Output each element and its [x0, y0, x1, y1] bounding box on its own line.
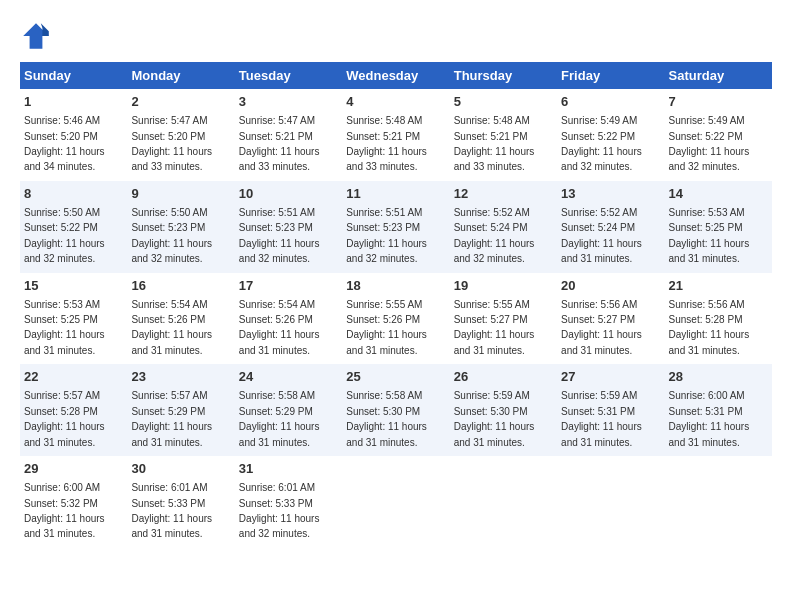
sunset-info: Sunset: 5:24 PM	[454, 222, 528, 233]
sunset-info: Sunset: 5:33 PM	[131, 498, 205, 509]
day-number: 14	[669, 185, 768, 203]
calendar-cell: 29Sunrise: 6:00 AMSunset: 5:32 PMDayligh…	[20, 456, 127, 548]
calendar-cell: 16Sunrise: 5:54 AMSunset: 5:26 PMDayligh…	[127, 273, 234, 365]
day-number: 29	[24, 460, 123, 478]
sunrise-info: Sunrise: 5:55 AM	[454, 299, 530, 310]
calendar-cell: 23Sunrise: 5:57 AMSunset: 5:29 PMDayligh…	[127, 364, 234, 456]
daylight-info: Daylight: 11 hours and 31 minutes.	[454, 421, 535, 447]
daylight-info: Daylight: 11 hours and 31 minutes.	[669, 238, 750, 264]
calendar-cell: 22Sunrise: 5:57 AMSunset: 5:28 PMDayligh…	[20, 364, 127, 456]
calendar-cell: 6Sunrise: 5:49 AMSunset: 5:22 PMDaylight…	[557, 89, 664, 181]
calendar-week-4: 22Sunrise: 5:57 AMSunset: 5:28 PMDayligh…	[20, 364, 772, 456]
calendar-cell: 2Sunrise: 5:47 AMSunset: 5:20 PMDaylight…	[127, 89, 234, 181]
header-cell-saturday: Saturday	[665, 62, 772, 89]
sunset-info: Sunset: 5:23 PM	[346, 222, 420, 233]
daylight-info: Daylight: 11 hours and 33 minutes.	[131, 146, 212, 172]
calendar-cell: 24Sunrise: 5:58 AMSunset: 5:29 PMDayligh…	[235, 364, 342, 456]
day-number: 25	[346, 368, 445, 386]
calendar-body: 1Sunrise: 5:46 AMSunset: 5:20 PMDaylight…	[20, 89, 772, 548]
sunset-info: Sunset: 5:26 PM	[131, 314, 205, 325]
daylight-info: Daylight: 11 hours and 31 minutes.	[131, 513, 212, 539]
calendar-cell: 26Sunrise: 5:59 AMSunset: 5:30 PMDayligh…	[450, 364, 557, 456]
sunset-info: Sunset: 5:23 PM	[131, 222, 205, 233]
sunset-info: Sunset: 5:26 PM	[346, 314, 420, 325]
sunrise-info: Sunrise: 5:59 AM	[454, 390, 530, 401]
calendar-cell: 17Sunrise: 5:54 AMSunset: 5:26 PMDayligh…	[235, 273, 342, 365]
sunset-info: Sunset: 5:30 PM	[346, 406, 420, 417]
sunrise-info: Sunrise: 5:56 AM	[669, 299, 745, 310]
daylight-info: Daylight: 11 hours and 34 minutes.	[24, 146, 105, 172]
daylight-info: Daylight: 11 hours and 32 minutes.	[24, 238, 105, 264]
calendar-cell	[450, 456, 557, 548]
sunrise-info: Sunrise: 5:51 AM	[346, 207, 422, 218]
daylight-info: Daylight: 11 hours and 31 minutes.	[24, 329, 105, 355]
daylight-info: Daylight: 11 hours and 32 minutes.	[131, 238, 212, 264]
day-number: 31	[239, 460, 338, 478]
sunrise-info: Sunrise: 6:00 AM	[24, 482, 100, 493]
sunrise-info: Sunrise: 5:58 AM	[239, 390, 315, 401]
sunset-info: Sunset: 5:33 PM	[239, 498, 313, 509]
sunset-info: Sunset: 5:31 PM	[561, 406, 635, 417]
sunset-info: Sunset: 5:23 PM	[239, 222, 313, 233]
calendar-cell	[665, 456, 772, 548]
sunset-info: Sunset: 5:29 PM	[131, 406, 205, 417]
daylight-info: Daylight: 11 hours and 32 minutes.	[561, 146, 642, 172]
sunrise-info: Sunrise: 5:46 AM	[24, 115, 100, 126]
calendar-header: SundayMondayTuesdayWednesdayThursdayFrid…	[20, 62, 772, 89]
header-cell-tuesday: Tuesday	[235, 62, 342, 89]
sunset-info: Sunset: 5:22 PM	[24, 222, 98, 233]
calendar-cell: 3Sunrise: 5:47 AMSunset: 5:21 PMDaylight…	[235, 89, 342, 181]
sunset-info: Sunset: 5:21 PM	[239, 131, 313, 142]
sunrise-info: Sunrise: 5:50 AM	[131, 207, 207, 218]
page-header	[20, 20, 772, 52]
daylight-info: Daylight: 11 hours and 31 minutes.	[239, 329, 320, 355]
sunset-info: Sunset: 5:28 PM	[669, 314, 743, 325]
day-number: 16	[131, 277, 230, 295]
daylight-info: Daylight: 11 hours and 31 minutes.	[346, 421, 427, 447]
sunset-info: Sunset: 5:31 PM	[669, 406, 743, 417]
sunrise-info: Sunrise: 5:56 AM	[561, 299, 637, 310]
daylight-info: Daylight: 11 hours and 31 minutes.	[669, 421, 750, 447]
sunrise-info: Sunrise: 5:48 AM	[454, 115, 530, 126]
day-number: 5	[454, 93, 553, 111]
daylight-info: Daylight: 11 hours and 31 minutes.	[239, 421, 320, 447]
daylight-info: Daylight: 11 hours and 31 minutes.	[561, 329, 642, 355]
day-number: 6	[561, 93, 660, 111]
day-number: 11	[346, 185, 445, 203]
day-number: 26	[454, 368, 553, 386]
day-number: 21	[669, 277, 768, 295]
daylight-info: Daylight: 11 hours and 31 minutes.	[454, 329, 535, 355]
daylight-info: Daylight: 11 hours and 32 minutes.	[239, 238, 320, 264]
day-number: 23	[131, 368, 230, 386]
sunset-info: Sunset: 5:20 PM	[24, 131, 98, 142]
day-number: 9	[131, 185, 230, 203]
daylight-info: Daylight: 11 hours and 33 minutes.	[346, 146, 427, 172]
calendar-cell: 4Sunrise: 5:48 AMSunset: 5:21 PMDaylight…	[342, 89, 449, 181]
calendar-cell	[557, 456, 664, 548]
sunrise-info: Sunrise: 5:53 AM	[669, 207, 745, 218]
daylight-info: Daylight: 11 hours and 32 minutes.	[669, 146, 750, 172]
calendar-cell: 5Sunrise: 5:48 AMSunset: 5:21 PMDaylight…	[450, 89, 557, 181]
sunset-info: Sunset: 5:22 PM	[561, 131, 635, 142]
day-number: 13	[561, 185, 660, 203]
header-cell-friday: Friday	[557, 62, 664, 89]
sunset-info: Sunset: 5:29 PM	[239, 406, 313, 417]
day-number: 19	[454, 277, 553, 295]
sunset-info: Sunset: 5:28 PM	[24, 406, 98, 417]
day-number: 22	[24, 368, 123, 386]
calendar-cell: 30Sunrise: 6:01 AMSunset: 5:33 PMDayligh…	[127, 456, 234, 548]
sunrise-info: Sunrise: 5:57 AM	[131, 390, 207, 401]
sunrise-info: Sunrise: 5:49 AM	[561, 115, 637, 126]
calendar-cell: 10Sunrise: 5:51 AMSunset: 5:23 PMDayligh…	[235, 181, 342, 273]
day-number: 17	[239, 277, 338, 295]
calendar-week-2: 8Sunrise: 5:50 AMSunset: 5:22 PMDaylight…	[20, 181, 772, 273]
header-cell-thursday: Thursday	[450, 62, 557, 89]
daylight-info: Daylight: 11 hours and 31 minutes.	[561, 421, 642, 447]
header-cell-sunday: Sunday	[20, 62, 127, 89]
sunrise-info: Sunrise: 5:55 AM	[346, 299, 422, 310]
sunset-info: Sunset: 5:27 PM	[454, 314, 528, 325]
calendar-cell: 7Sunrise: 5:49 AMSunset: 5:22 PMDaylight…	[665, 89, 772, 181]
daylight-info: Daylight: 11 hours and 33 minutes.	[239, 146, 320, 172]
daylight-info: Daylight: 11 hours and 31 minutes.	[669, 329, 750, 355]
daylight-info: Daylight: 11 hours and 31 minutes.	[131, 329, 212, 355]
